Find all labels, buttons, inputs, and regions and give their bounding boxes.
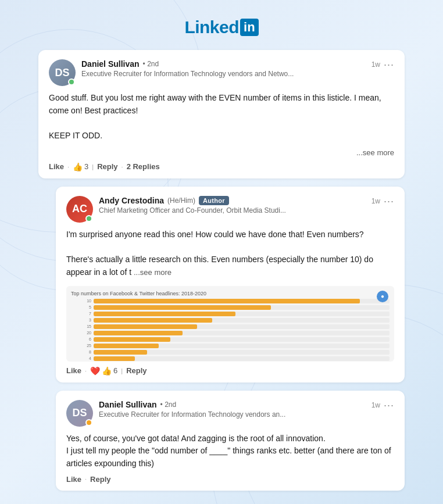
comment-text-1b: KEEP IT ODD. <box>49 131 102 140</box>
time-label-1: 1w <box>371 60 380 69</box>
comment-card-2: AC Andy Crestodina (He/Him) Author Chief… <box>56 187 405 383</box>
author-name-1: Daniel Sullivan <box>81 59 140 69</box>
reaction-emoji-2a: ❤️ <box>90 366 100 376</box>
chart-bar-label: 8 <box>71 350 91 354</box>
comment-text-3b: I just tell my people the "odd number of… <box>66 446 391 468</box>
comment-card-1: DS Daniel Sullivan • 2nd Executive Recru… <box>38 50 405 178</box>
chart-bar-row: 5 <box>71 305 390 310</box>
more-menu-1[interactable]: ··· <box>384 59 394 70</box>
like-button-2[interactable]: Like <box>66 366 81 375</box>
comment-meta-right-2: 1w ··· <box>371 196 394 206</box>
degree-badge-1: • 2nd <box>143 60 159 68</box>
chart-bar-fill <box>94 324 197 329</box>
comment-header-2: AC Andy Crestodina (He/Him) Author Chief… <box>66 196 394 223</box>
chart-bar-row: 15 <box>71 324 390 329</box>
author-title-2: Chief Marketing Officer and Co-Founder, … <box>99 206 286 215</box>
chart-bar-label: 3 <box>71 318 91 322</box>
chart-bar-label: 15 <box>71 324 91 328</box>
author-name-3: Daniel Sullivan <box>99 400 157 409</box>
chart-bar-fill <box>94 305 271 310</box>
more-menu-2[interactable]: ··· <box>384 196 394 206</box>
chart-bar-track <box>94 299 390 303</box>
chart-bar-row: 20 <box>71 331 390 335</box>
time-label-3: 1w <box>371 401 380 409</box>
avatar-andy: AC <box>66 196 93 223</box>
sep-1c: · <box>122 163 123 170</box>
chart-bar-fill <box>94 337 170 342</box>
linkedin-in-badge: in <box>240 19 259 36</box>
time-label-2: 1w <box>371 197 380 205</box>
chart-bar-label: 25 <box>71 344 91 348</box>
chart-bar-track <box>94 337 390 342</box>
reaction-group-2: ❤️ 👍 6 <box>90 366 117 376</box>
reaction-emoji-1: 👍 <box>73 162 83 171</box>
chart-area: Top numbers on Facebook & Twitter headli… <box>66 286 394 362</box>
author-info-3: Daniel Sullivan • 2nd Executive Recruite… <box>99 400 285 419</box>
chart-bar-label: 5 <box>71 305 91 309</box>
reply-button-2[interactable]: Reply <box>126 366 147 375</box>
chart-bar-row: 4 <box>71 356 390 361</box>
chart-bars: 10573152062584 <box>71 299 390 361</box>
chart-bar-track <box>94 350 390 355</box>
comment-body-3: Yes, of course, you've got data! And zag… <box>66 432 394 470</box>
sep-2a: · <box>85 367 87 374</box>
comment-actions-3: Like · Reply <box>66 475 394 484</box>
author-name-row-2: Andy Crestodina (He/Him) Author <box>99 196 286 205</box>
comment-card-3: DS Daniel Sullivan • 2nd Executive Recru… <box>56 391 405 491</box>
comment-header-left-1: DS Daniel Sullivan • 2nd Executive Recru… <box>49 59 294 86</box>
like-button-1[interactable]: Like <box>49 162 64 171</box>
chart-bar-track <box>94 331 390 335</box>
chart-bar-label: 6 <box>71 337 91 341</box>
reaction-group-1: 👍 3 <box>73 162 88 171</box>
chart-bar-row: 10 <box>71 299 390 303</box>
comment-meta-right-1: 1w ··· <box>371 59 394 70</box>
chart-bar-fill <box>94 299 360 303</box>
chart-bar-row: 3 <box>71 318 390 323</box>
comment-actions-1: Like · 👍 3 | Reply · 2 Replies <box>49 162 394 171</box>
linkedin-logo: Linked in <box>184 17 258 37</box>
chart-bar-track <box>94 356 390 361</box>
chart-title: Top numbers on Facebook & Twitter headli… <box>71 291 390 296</box>
replies-link-1[interactable]: 2 Replies <box>127 162 160 171</box>
sep-2b: | <box>121 367 123 374</box>
sep-3a: · <box>85 476 87 482</box>
see-more-2[interactable]: ...see more <box>134 268 172 277</box>
author-title-1: Executive Recruiter for Information Tech… <box>81 70 294 78</box>
author-title-3: Executive Recruiter for Information Tech… <box>99 410 285 419</box>
chart-bar-row: 7 <box>71 312 390 316</box>
chart-bar-fill <box>94 318 212 323</box>
chart-bar-fill <box>94 331 183 335</box>
chart-bar-label: 4 <box>71 356 91 360</box>
status-dot-daniel-2 <box>85 419 92 426</box>
comment-text-2a: I'm surprised anyone read this one! How … <box>66 230 364 239</box>
linkedin-logo-text: Linked <box>184 17 239 37</box>
reaction-count-1: 3 <box>84 162 88 171</box>
reply-button-3[interactable]: Reply <box>90 475 110 484</box>
author-info-1: Daniel Sullivan • 2nd Executive Recruite… <box>81 59 294 78</box>
comment-text-2b: There's actually a little research on th… <box>66 255 373 277</box>
author-badge-2: Author <box>199 196 229 205</box>
author-name-row-1: Daniel Sullivan • 2nd <box>81 59 294 69</box>
reply-button-1[interactable]: Reply <box>97 162 117 171</box>
like-button-3[interactable]: Like <box>66 475 81 484</box>
comment-meta-right-3: 1w ··· <box>371 400 394 410</box>
chart-bar-fill <box>94 312 235 316</box>
chart-bar-fill <box>94 356 135 361</box>
chart-bar-row: 6 <box>71 337 390 342</box>
degree-badge-2: (He/Him) <box>167 196 195 205</box>
comment-actions-2: Like · ❤️ 👍 6 | Reply <box>66 366 394 376</box>
chart-bar-label: 7 <box>71 312 91 316</box>
comment-header-left-3: DS Daniel Sullivan • 2nd Executive Recru… <box>66 400 285 427</box>
more-menu-3[interactable]: ··· <box>384 400 394 410</box>
status-dot-daniel-1 <box>68 78 75 85</box>
chart-bar-label: 10 <box>71 299 91 303</box>
status-dot-andy <box>85 215 92 222</box>
comment-body-1: Good stuff. But you lost me right away w… <box>49 92 394 142</box>
reaction-count-2: 6 <box>113 366 117 375</box>
author-info-2: Andy Crestodina (He/Him) Author Chief Ma… <box>99 196 286 215</box>
author-name-row-3: Daniel Sullivan • 2nd <box>99 400 285 409</box>
see-more-1[interactable]: ...see more <box>356 148 394 157</box>
chart-bar-fill <box>94 344 159 348</box>
feed-container: DS Daniel Sullivan • 2nd Executive Recru… <box>38 50 405 499</box>
chart-bar-track <box>94 318 390 323</box>
